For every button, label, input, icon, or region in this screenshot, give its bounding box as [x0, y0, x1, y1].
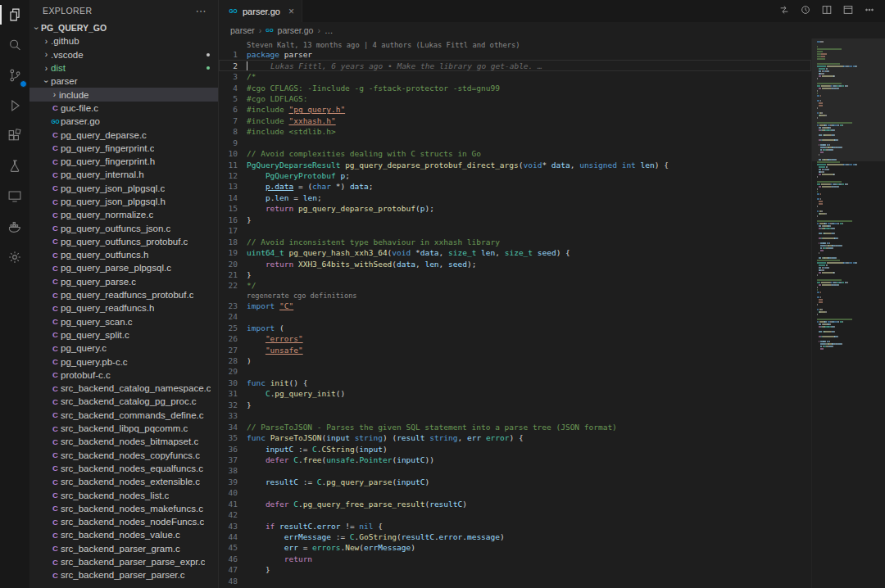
tree-item[interactable]: Csrc_backend_parser_parse_expr.c — [30, 555, 218, 568]
tree-item[interactable]: Csrc_backend_nodes_nodeFuncs.c — [30, 515, 218, 528]
minimap-line — [817, 252, 882, 254]
badge — [20, 80, 27, 88]
tree-item[interactable]: Csrc_backend_parser_gram.c — [30, 542, 218, 555]
code-line: 15 return pg_query_deparse_protobuf(p); — [219, 203, 811, 214]
c-file-icon: C — [50, 531, 61, 540]
line-number: 20 — [219, 260, 247, 269]
tree-item[interactable]: Csrc_backend_nodes_bitmapset.c — [30, 435, 218, 448]
tree-item[interactable]: Cpg_query_json_plpgsql.c — [30, 182, 218, 195]
code-line: 10// Avoid complexities dealing with C s… — [219, 148, 811, 159]
tree-item[interactable]: Csrc_backend_catalog_namespace.c — [30, 382, 218, 395]
tree-item[interactable]: Cpg_query_split.c — [30, 328, 218, 341]
breadcrumb-item[interactable]: parser — [230, 25, 255, 35]
minimap-line — [817, 223, 882, 224]
minimap-line — [817, 198, 882, 200]
tree-item[interactable]: Csrc_backend_parser_parser.c — [30, 568, 218, 581]
tree-item[interactable]: Cpg_query_parse_plpgsql.c — [30, 261, 218, 274]
tree-item[interactable]: Cpg_query_normalize.c — [30, 208, 218, 221]
breadcrumb-item[interactable]: parser.go — [278, 25, 314, 35]
code-line: 23import "C" — [219, 301, 811, 311]
tree-item[interactable]: ›.vscode — [30, 48, 218, 61]
timeline-icon[interactable] — [800, 4, 811, 19]
tree-item-label: pg_query_outfuncs_json.c — [61, 224, 170, 233]
tree-item[interactable]: ›parser — [30, 75, 218, 88]
c-file-icon: C — [50, 143, 61, 152]
line-number: 44 — [219, 532, 247, 541]
chevron-down-icon: › — [42, 77, 51, 86]
code-area[interactable]: Steven Kalt, 13 months ago | 4 authors (… — [219, 38, 811, 588]
line-number: 10 — [219, 149, 247, 158]
tree-item[interactable]: Cpg_query_readfuncs_protobuf.c — [30, 288, 218, 301]
breadcrumb-item[interactable]: … — [324, 25, 334, 35]
c-file-icon: C — [50, 357, 61, 366]
docker-icon[interactable] — [5, 217, 25, 237]
tree-item[interactable]: Csrc_backend_nodes_copyfuncs.c — [30, 449, 218, 462]
open-changes-icon[interactable] — [778, 4, 790, 19]
tree-item[interactable]: Cpg_query_outfuncs.h — [30, 248, 218, 261]
tree-item[interactable]: Cpg_query_internal.h — [30, 168, 218, 181]
tree-item[interactable]: ›dist — [30, 61, 218, 75]
tree-item[interactable]: Cpg_query_json_plpgsql.h — [30, 195, 218, 208]
settings-icon[interactable] — [5, 247, 25, 267]
c-file-icon: C — [50, 183, 61, 192]
tree-item-label: pg_query_outfuncs.h — [61, 250, 148, 260]
tree-item[interactable]: Cpg_query.pb-c.c — [30, 355, 218, 368]
tree-item[interactable]: Cpg_query_fingerprint.c — [30, 142, 218, 155]
line-number: 33 — [219, 411, 247, 420]
tree-item[interactable]: Cpg_query_outfuncs_protobuf.c — [30, 235, 218, 248]
tree-item[interactable]: Cpg_query_parse.c — [30, 275, 218, 288]
c-file-icon: C — [50, 103, 61, 112]
minimap[interactable] — [811, 38, 885, 588]
split-editor-icon[interactable] — [821, 4, 833, 19]
tree-item-label: parser.go — [61, 116, 100, 126]
c-file-icon: C — [50, 397, 61, 406]
tree-item[interactable]: Csrc_backend_nodes_makefuncs.c — [30, 502, 218, 515]
search-icon[interactable] — [5, 35, 25, 55]
line-number: 48 — [219, 577, 247, 586]
minimap-line — [817, 233, 882, 234]
remote-explorer-icon[interactable] — [5, 187, 25, 206]
minimap-line — [817, 242, 882, 244]
tree-item[interactable]: Cpg_query_readfuncs.h — [30, 301, 218, 314]
codelens-link[interactable]: regenerate cgo definitions — [219, 292, 811, 301]
minimap-line — [817, 225, 882, 227]
tree-root-pg-query-go[interactable]: ›PG_QUERY_GO — [30, 21, 218, 34]
minimap-line — [817, 343, 882, 345]
line-number: 15 — [219, 204, 247, 213]
minimap-line — [817, 237, 882, 239]
chevron-right-icon: › — [50, 90, 59, 99]
tree-item[interactable]: Cpg_query_deparse.c — [30, 128, 218, 141]
code-editor[interactable]: Steven Kalt, 13 months ago | 4 authors (… — [219, 38, 885, 588]
tree-item[interactable]: Cpg_query_scan.c — [30, 315, 218, 328]
source-control-icon[interactable] — [5, 66, 25, 85]
tree-item[interactable]: Cguc-file.c — [30, 102, 218, 115]
tree-item[interactable]: Csrc_backend_nodes_value.c — [30, 528, 218, 541]
more-actions-icon[interactable] — [864, 4, 875, 19]
tree-item[interactable]: ›.github — [30, 34, 218, 47]
tree-item[interactable]: Csrc_backend_nodes_list.c — [30, 488, 218, 501]
tree-item[interactable]: Csrc_backend_nodes_equalfuncs.c — [30, 462, 218, 475]
tree-item[interactable]: Cpg_query_outfuncs_json.c — [30, 221, 218, 234]
tree-item[interactable]: Csrc_backend_nodes_extensible.c — [30, 475, 218, 488]
tree-item[interactable]: Csrc_backend_libpq_pqcomm.c — [30, 422, 218, 435]
extensions-icon[interactable] — [5, 126, 25, 146]
tree-item[interactable]: Csrc_backend_commands_define.c — [30, 409, 218, 422]
c-file-icon: C — [50, 224, 61, 233]
tree-item[interactable]: Cpg_query_fingerprint.h — [30, 155, 218, 168]
tree-item[interactable]: Cpg_query.c — [30, 341, 218, 355]
more-actions-icon[interactable]: ⋯ — [196, 5, 206, 17]
tree-item[interactable]: Csrc_backend_catalog_pg_proc.c — [30, 395, 218, 408]
run-debug-icon[interactable] — [5, 96, 25, 115]
tree-item[interactable]: Cprotobuf-c.c — [30, 369, 218, 382]
explorer-icon[interactable] — [5, 5, 25, 25]
minimap-line — [817, 257, 882, 259]
tab-parser-go[interactable]: GO parser.go × — [219, 0, 302, 22]
tree-item[interactable]: ›include — [30, 88, 218, 101]
code-line: 2Lukas Fittl, 6 years ago • Make the lib… — [219, 60, 811, 70]
layout-icon[interactable] — [842, 4, 854, 19]
line-number: 40 — [219, 488, 247, 497]
line-number: 31 — [219, 389, 247, 398]
close-tab-icon[interactable]: × — [288, 6, 294, 17]
tree-item[interactable]: GOparser.go — [30, 115, 218, 128]
testing-icon[interactable] — [5, 156, 25, 176]
